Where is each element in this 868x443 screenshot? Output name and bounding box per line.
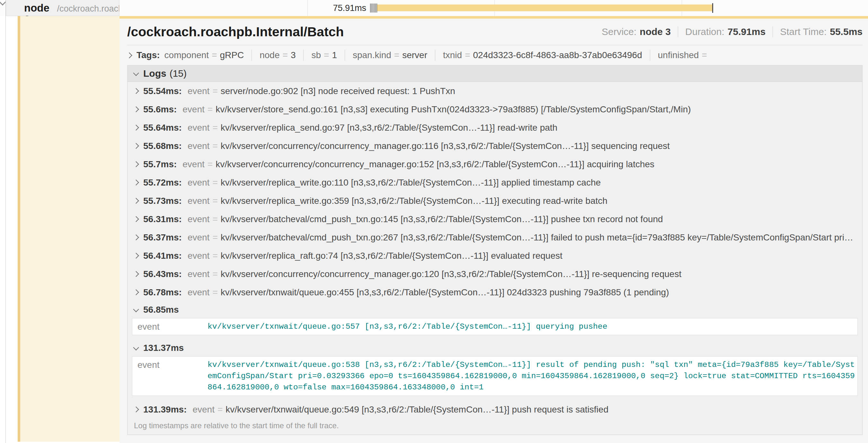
tag-value: 3 xyxy=(291,50,296,60)
log-field-value: kv/kvserver/replica_write.go:110 [n3,s3,… xyxy=(221,177,856,188)
log-field-key: event xyxy=(137,359,208,370)
log-row[interactable]: 56.37ms: event = kv/kvserver/batcheval/c… xyxy=(127,228,862,246)
chevron-right-icon xyxy=(133,125,139,130)
log-field-key: event xyxy=(188,232,210,243)
page-title: /cockroach.roachpb.Internal/Batch xyxy=(127,24,344,39)
tree-rail-line xyxy=(5,0,6,443)
log-row[interactable]: 55.68ms: event = kv/kvserver/concurrency… xyxy=(127,137,862,155)
tag-key: component xyxy=(164,50,209,60)
chevron-right-icon xyxy=(133,198,139,204)
log-row-expanded-header[interactable]: 56.85ms xyxy=(127,301,862,318)
log-timestamp: 56.31ms: xyxy=(143,214,182,225)
tag-divider xyxy=(251,50,252,61)
log-timestamp: 56.41ms: xyxy=(143,251,182,261)
chevron-down-icon xyxy=(133,70,139,76)
tag-item[interactable]: node = 3 xyxy=(259,50,296,60)
meta-divider xyxy=(773,26,773,37)
chevron-right-icon xyxy=(133,179,139,185)
equals-sign: = xyxy=(212,50,217,60)
log-timestamp: 55.73ms: xyxy=(143,196,182,206)
tag-divider xyxy=(303,50,304,61)
tag-item[interactable]: sb = 1 xyxy=(311,50,337,60)
equals-sign: = xyxy=(212,141,217,151)
log-row[interactable]: 56.31ms: event = kv/kvserver/batcheval/c… xyxy=(127,210,862,228)
log-row-expanded-header[interactable]: 131.37ms xyxy=(127,340,862,356)
tag-key: sb xyxy=(311,50,321,60)
log-field-key: event xyxy=(188,123,210,133)
log-timestamp: 55.72ms: xyxy=(143,177,182,188)
start-time-label: Start Time: xyxy=(780,26,827,37)
log-row[interactable]: 56.41ms: event = kv/kvserver/replica_raf… xyxy=(127,246,862,265)
equals-sign: = xyxy=(212,251,217,261)
log-field-key: event xyxy=(183,159,205,170)
log-field-value: kv/kvserver/txnwait/queue.go:538 [n3,s3,… xyxy=(208,359,858,393)
log-field-value: kv/kvserver/txnwait/queue.go:557 [n3,s3,… xyxy=(208,321,858,332)
tags-section[interactable]: Tags: component = gRPC node = 3 sb = 1 s… xyxy=(127,45,863,65)
tag-key: span.kind xyxy=(353,50,391,60)
log-field-key: event xyxy=(188,86,210,96)
log-field-key: event xyxy=(137,321,208,332)
log-field-value: kv/kvserver/concurrency/concurrency_mana… xyxy=(216,159,856,170)
log-row[interactable]: 55.73ms: event = kv/kvserver/replica_wri… xyxy=(127,192,862,210)
log-row[interactable]: 55.54ms: event = server/node.go:902 [n3]… xyxy=(127,82,862,100)
log-row[interactable]: 56.43ms: event = kv/kvserver/concurrency… xyxy=(127,265,862,283)
tag-item[interactable]: component = gRPC xyxy=(164,50,244,60)
log-field-key: event xyxy=(183,104,205,114)
trace-detail-page: node 3 /cockroach.roach… 75.91ms /cockro… xyxy=(0,0,868,443)
log-timestamp: 56.85ms xyxy=(143,305,179,315)
span-operation-name: /cockroach.roach… xyxy=(57,3,119,14)
span-name-cell[interactable]: node 3 /cockroach.roach… xyxy=(6,0,120,16)
equals-sign: = xyxy=(702,50,707,60)
log-row[interactable]: 55.72ms: event = kv/kvserver/replica_wri… xyxy=(127,173,862,192)
chevron-right-icon xyxy=(133,88,139,94)
tag-item[interactable]: unfinished = xyxy=(658,50,710,60)
span-detail-header: /cockroach.roachpb.Internal/Batch Servic… xyxy=(127,19,863,45)
tag-item[interactable]: span.kind = server xyxy=(353,50,427,60)
equals-sign: = xyxy=(394,50,399,60)
chevron-right-icon xyxy=(133,289,139,295)
log-field-value: kv/kvserver/replica_send.go:97 [n3,s3,r6… xyxy=(221,123,856,133)
log-field-key: event xyxy=(188,287,210,298)
equals-sign: = xyxy=(212,123,217,133)
log-field-value: kv/kvserver/txnwait/queue.go:455 [n3,s3,… xyxy=(221,287,856,298)
log-row[interactable]: 56.78ms: event = kv/kvserver/txnwait/que… xyxy=(127,283,862,301)
equals-sign: = xyxy=(217,405,223,415)
log-timestamp: 55.6ms: xyxy=(143,104,177,114)
service-color-bar xyxy=(18,16,20,442)
tag-divider xyxy=(345,50,345,61)
log-timestamp: 56.78ms: xyxy=(143,287,182,298)
log-row[interactable]: 55.6ms: event = kv/kvserver/store_send.g… xyxy=(127,100,862,118)
log-fields-table: event kv/kvserver/txnwait/queue.go:557 [… xyxy=(132,318,858,335)
tag-key: txnid xyxy=(443,50,462,60)
logs-header[interactable]: Logs (15) xyxy=(127,66,862,82)
log-row[interactable]: 55.64ms: event = kv/kvserver/replica_sen… xyxy=(127,118,862,137)
service-label: Service: xyxy=(602,26,637,37)
tag-divider xyxy=(435,50,435,61)
log-field-key: event xyxy=(192,405,215,415)
log-field-key: event xyxy=(188,196,210,206)
tag-value: gRPC xyxy=(220,50,244,60)
span-duration-label: 75.91ms xyxy=(299,3,366,13)
equals-sign: = xyxy=(212,214,217,225)
log-row[interactable]: 55.7ms: event = kv/kvserver/concurrency/… xyxy=(127,155,862,173)
log-marker-tick xyxy=(374,3,375,12)
log-row[interactable]: 131.39ms: event = kv/kvserver/txnwait/qu… xyxy=(127,400,862,419)
log-field-value: kv/kvserver/batcheval/cmd_push_txn.go:26… xyxy=(221,232,856,243)
logs-footnote: Log timestamps are relative to the start… xyxy=(127,419,862,432)
start-time-value: 55.5ms xyxy=(830,26,863,37)
chevron-right-icon xyxy=(133,143,139,149)
chevron-right-icon xyxy=(133,216,139,222)
equals-sign: = xyxy=(212,196,217,206)
selected-row-highlight[interactable] xyxy=(20,16,120,442)
log-timestamp: 55.54ms: xyxy=(143,86,182,96)
chevron-right-icon xyxy=(133,161,139,167)
logs-title: Logs xyxy=(143,68,166,79)
log-timestamp: 56.37ms: xyxy=(143,232,182,243)
log-row-expanded: 56.85ms event kv/kvserver/txnwait/queue.… xyxy=(127,301,862,335)
log-timestamp: 131.39ms: xyxy=(143,405,187,415)
equals-sign: = xyxy=(324,50,329,60)
tag-item[interactable]: txnid = 024d3323-6c8f-4863-aa8b-37ab0e63… xyxy=(443,50,642,60)
meta-divider xyxy=(678,26,678,37)
span-duration-bar[interactable] xyxy=(377,4,712,11)
log-field-key: event xyxy=(188,141,210,151)
